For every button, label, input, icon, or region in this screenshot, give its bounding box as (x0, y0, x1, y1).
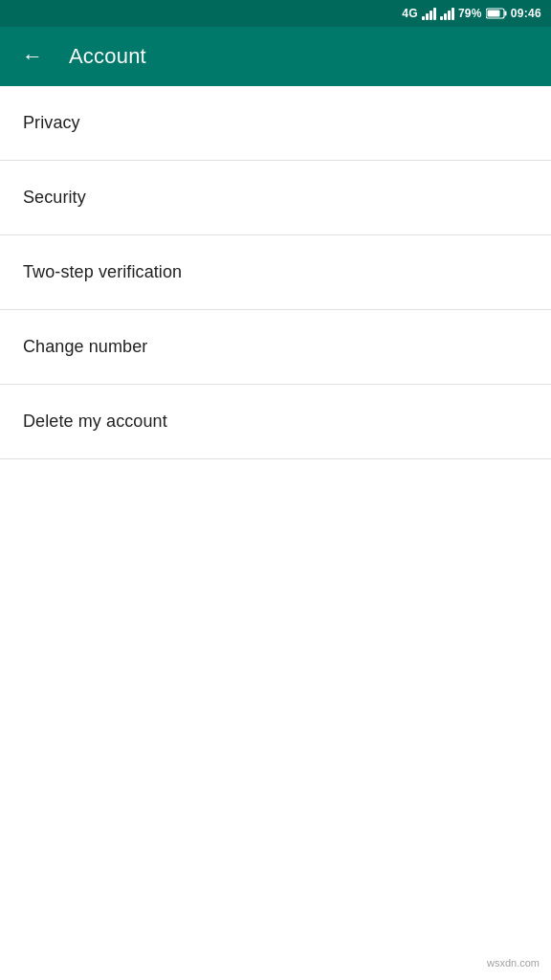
signal-icon-2 (440, 7, 454, 20)
app-bar: ← Account (0, 27, 551, 86)
watermark: wsxdn.com (487, 957, 540, 969)
menu-item-change-number[interactable]: Change number (0, 310, 551, 385)
signal-icon-1 (422, 7, 436, 20)
menu-item-two-step-verification[interactable]: Two-step verification (0, 235, 551, 310)
svg-rect-1 (504, 11, 506, 16)
menu-item-two-step-label: Two-step verification (23, 262, 182, 282)
menu-item-change-number-label: Change number (23, 337, 147, 357)
time-display: 09:46 (511, 7, 541, 20)
back-button[interactable]: ← (15, 39, 50, 74)
page-title: Account (69, 44, 146, 69)
menu-item-delete-account-label: Delete my account (23, 412, 167, 432)
battery-icon (486, 8, 507, 19)
status-bar: 4G 79% 09:46 (0, 0, 551, 27)
menu-item-privacy-label: Privacy (23, 113, 80, 133)
account-menu-list: Privacy Security Two-step verification C… (0, 86, 551, 459)
svg-rect-2 (487, 11, 499, 17)
menu-item-privacy[interactable]: Privacy (0, 86, 551, 161)
menu-item-security-label: Security (23, 188, 86, 208)
network-label: 4G (402, 7, 418, 20)
menu-item-security[interactable]: Security (0, 161, 551, 235)
battery-percentage: 79% (458, 7, 482, 20)
menu-item-delete-account[interactable]: Delete my account (0, 385, 551, 459)
